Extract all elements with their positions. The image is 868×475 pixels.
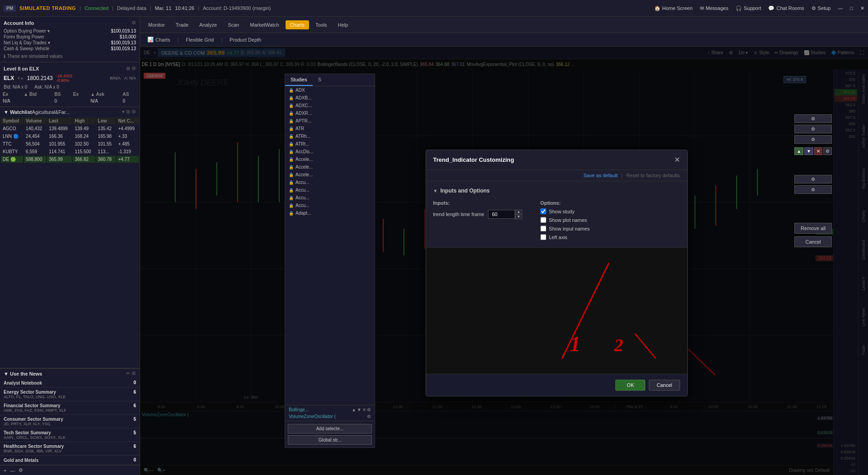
study-item-atrh[interactable]: 🔒ATRh... xyxy=(285,132,375,140)
add-icon[interactable]: + xyxy=(4,468,6,473)
show-study-checkbox-row[interactable]: Show study xyxy=(540,208,590,214)
nav-help[interactable]: Help xyxy=(333,20,353,29)
watchlist-row[interactable]: KUBTY 6,559 114.741 115.500 113... -1.31… xyxy=(1,148,139,155)
spinner-down-btn[interactable]: ▼ xyxy=(515,214,522,219)
news-item[interactable]: Gold and Metals 0 xyxy=(0,456,140,465)
data-status: Delayed data xyxy=(117,5,146,11)
study-item-accu1[interactable]: 🔒Accu... xyxy=(285,179,375,186)
cancel-studies-btn[interactable]: Cancel xyxy=(794,236,832,247)
modal-section-header[interactable]: ▼ Inputs and Options xyxy=(433,185,680,197)
remove-btn[interactable]: ✕ xyxy=(814,147,822,155)
show-input-names-checkbox-row[interactable]: Show input names xyxy=(540,226,590,231)
study-item-adapt[interactable]: 🔒Adapt... xyxy=(285,209,375,217)
up-icon[interactable]: ▲ xyxy=(352,407,356,412)
levelii-title: Level II on ELX xyxy=(4,66,39,71)
news-item[interactable]: Healthcare Sector Summary 6 BNR, DGX, GS… xyxy=(0,442,140,456)
levelii-controls: ⊞ ⚙ xyxy=(126,66,136,71)
watchlist-row[interactable]: AGCO 140,432 139.4899 139.49 135.42 +4.4… xyxy=(1,125,139,132)
minimize-btn[interactable]: — xyxy=(838,5,843,11)
modal-title: Trend_Indicator Customizing xyxy=(433,156,514,163)
trend-length-input[interactable] xyxy=(488,210,515,219)
study-item-accu2[interactable]: 🔒Accu... xyxy=(285,186,375,194)
study-item-accdis[interactable]: 🔒AccDis... xyxy=(285,148,375,155)
reset-factory-btn[interactable]: Reset to factory defaults xyxy=(626,173,680,178)
show-study-checkbox[interactable] xyxy=(540,208,546,214)
subnav-charts[interactable]: 📊 Charts xyxy=(144,35,174,44)
subnav-product-depth[interactable]: Product Depth xyxy=(226,36,265,44)
nav-tools[interactable]: Tools xyxy=(311,20,332,29)
settings-3-btn[interactable]: ⚙ xyxy=(794,135,832,144)
nav-trade[interactable]: Trade xyxy=(171,20,193,29)
maximize-btn[interactable]: □ xyxy=(850,5,853,11)
account-header[interactable]: Account Info ⚙ xyxy=(0,19,140,27)
nav-charts[interactable]: Charts xyxy=(286,20,309,29)
watchlist-header[interactable]: ▼ Watchlist Agicultural&Far... ▾ ⊞ ⚙ xyxy=(0,107,140,117)
study-item-adx[interactable]: 🔒ADX xyxy=(285,86,375,94)
remove-icon[interactable]: — xyxy=(10,468,15,473)
global-strategies-btn[interactable]: Global str... xyxy=(288,435,372,445)
remove-study-icon[interactable]: ✕ xyxy=(362,407,366,412)
study-item-atr[interactable]: 🔒ATR xyxy=(285,125,375,132)
study-item-accu3[interactable]: 🔒Accu... xyxy=(285,194,375,202)
spinner-up-btn[interactable]: ▲ xyxy=(515,209,522,214)
support-btn[interactable]: 🎧 Support xyxy=(736,5,761,11)
left-axis-checkbox[interactable] xyxy=(540,234,546,240)
study-item-adxr[interactable]: 🔒ADXR... xyxy=(285,109,375,117)
cancel-modal-btn[interactable]: Cancel xyxy=(649,380,680,390)
news-item[interactable]: Consumer Sector Summary 5 JD, PRTY, XLP,… xyxy=(0,415,140,428)
nav-scan[interactable]: Scan xyxy=(223,20,244,29)
settings-inline-btn[interactable]: ⚙ xyxy=(823,147,832,155)
news-item[interactable]: Energy Sector Summary 6 ALTO, FL, TALO, … xyxy=(0,388,140,401)
down-icon[interactable]: ▼ xyxy=(357,407,361,412)
down-arrow-btn[interactable]: ▼ xyxy=(804,147,813,155)
nav-analyze[interactable]: Analyze xyxy=(195,20,221,29)
study-item-accu4[interactable]: 🔒Accu... xyxy=(285,202,375,209)
news-item[interactable]: Analyst Notebook 0 xyxy=(0,378,140,388)
gear-icon[interactable]: ⚙ xyxy=(19,467,23,473)
study-item-adxc[interactable]: 🔒ADXC... xyxy=(285,102,375,109)
study-item-accele1[interactable]: 🔒Accele... xyxy=(285,155,375,163)
strategies-tab[interactable]: S xyxy=(313,74,327,86)
study-item-accele2[interactable]: 🔒Accele... xyxy=(285,163,375,171)
up-arrow-btn[interactable]: ▲ xyxy=(794,147,803,155)
studies-tab[interactable]: Studies xyxy=(285,74,313,86)
news-item[interactable]: Financial Sector Summary 6 AMK, FAS, FAZ… xyxy=(0,401,140,415)
bollinger-study[interactable]: Bollinge... ▲ ▼ ✕ ⚙ xyxy=(285,406,375,413)
show-input-names-checkbox[interactable] xyxy=(540,226,546,231)
watchlist-row[interactable]: LNN 🔵 24,454 166.36 168.24 165.98 +.33 xyxy=(1,133,139,140)
save-default-btn[interactable]: Save as default xyxy=(583,173,618,178)
settings-4-btn[interactable]: ⚙ xyxy=(794,175,832,183)
study-item-aptr[interactable]: 🔒APTR... xyxy=(285,117,375,125)
ok-btn[interactable]: OK xyxy=(615,380,645,390)
levelii-header[interactable]: Level II on ELX ⊞ ⚙ xyxy=(0,64,140,73)
nav-marketwatch[interactable]: MarketWatch xyxy=(245,20,283,29)
show-plot-names-checkbox-row[interactable]: Show plot names xyxy=(540,217,590,223)
study-item-adxb[interactable]: 🔒ADXB... xyxy=(285,94,375,102)
watchlist-row[interactable]: TTC 56,504 101.955 102.50 101.55 +.485 xyxy=(1,141,139,147)
news-header[interactable]: ▼ Use the News ✏ ⚙ xyxy=(0,369,140,378)
nav-monitor[interactable]: Monitor xyxy=(144,20,169,29)
study-item-atrt[interactable]: 🔒ATRt... xyxy=(285,140,375,148)
add-selected-btn[interactable]: Add selecte... xyxy=(288,424,372,433)
setup-btn[interactable]: ⚙ Setup xyxy=(812,5,831,11)
modal-close-btn[interactable]: ✕ xyxy=(674,155,680,164)
show-plot-names-checkbox[interactable] xyxy=(540,217,546,223)
close-btn[interactable]: ✕ xyxy=(860,5,864,11)
messages-btn[interactable]: ✉ Messages xyxy=(700,5,728,11)
settings-vzo-icon[interactable]: ⚙ xyxy=(367,414,371,419)
study-item-accele3[interactable]: 🔒Accele... xyxy=(285,171,375,179)
settings-1-btn[interactable]: ⚙ xyxy=(794,114,832,123)
settings-2-btn[interactable]: ⚙ xyxy=(794,125,832,133)
watchlist-title: ▼ Watchlist xyxy=(4,109,32,115)
remove-all-btn[interactable]: Remove all xyxy=(794,223,832,234)
subnav-flexible-grid[interactable]: Flexible Grid xyxy=(182,36,217,44)
modal-save-bar: Save as default | Reset to factory defau… xyxy=(426,170,687,181)
vzo-study[interactable]: VolumeZoneOscillator ( ⚙ xyxy=(285,413,375,420)
homescreen-btn[interactable]: 🏠 Home Screen xyxy=(654,5,693,11)
chatrooms-btn[interactable]: 💬 Chat Rooms xyxy=(768,5,804,11)
left-axis-checkbox-row[interactable]: Left axis xyxy=(540,234,590,240)
settings-5-btn[interactable]: ⚙ xyxy=(794,185,832,194)
news-item[interactable]: Tech Sector Summary 5 AAPL, ORCL, SCWX, … xyxy=(0,428,140,442)
watchlist-row[interactable]: DE 🟢 588,800 365.99 366.82 360.78 +4.77 xyxy=(1,156,139,163)
settings-study-icon[interactable]: ⚙ xyxy=(367,407,371,412)
